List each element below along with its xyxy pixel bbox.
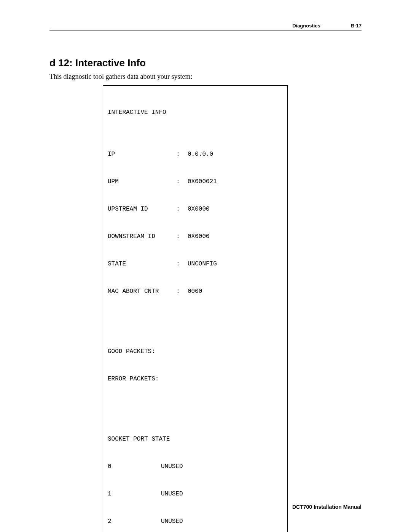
diag-row: IP:0.0.0.0: [108, 150, 283, 159]
socket-id: 1: [108, 489, 161, 498]
diag-val: 0X0000: [188, 204, 210, 214]
socket-heading: SOCKET PORT STATE: [108, 435, 283, 444]
socket-state: UNUSED: [161, 517, 183, 526]
socket-id: 0: [108, 462, 161, 471]
socket-state: UNUSED: [161, 462, 183, 471]
diag-heading: INTERACTIVE INFO: [108, 108, 283, 117]
diag-key: DOWNSTREAM ID: [108, 232, 176, 241]
page: Diagnostics B-17 d 12: Interactive Info …: [0, 0, 411, 532]
diagnostic-box: INTERACTIVE INFO IP:0.0.0.0 UPM:0X000021…: [103, 85, 288, 532]
socket-row: 2UNUSED: [108, 517, 283, 526]
diag-extra: ERROR PACKETS:: [108, 374, 283, 383]
socket-row: 0UNUSED: [108, 462, 283, 471]
diag-row: STATE:UNCONFIG: [108, 259, 283, 268]
diag-val: 0X000021: [188, 177, 217, 186]
diag-key: UPSTREAM ID: [108, 204, 176, 214]
page-header: Diagnostics B-17: [49, 23, 362, 30]
socket-row: 1UNUSED: [108, 489, 283, 498]
diag-val: 0X0000: [188, 232, 210, 241]
socket-id: 2: [108, 517, 161, 526]
diag-key: STATE: [108, 259, 176, 268]
section-title: d 12: Interactive Info: [49, 57, 362, 69]
diag-row: DOWNSTREAM ID:0X0000: [108, 232, 283, 241]
diag-val: 0000: [188, 287, 202, 296]
diag-key: IP: [108, 150, 176, 159]
diag-val: UNCONFIG: [188, 259, 217, 268]
diag-row: MAC ABORT CNTR:0000: [108, 287, 283, 296]
header-pageref: B-17: [351, 23, 362, 29]
diag-key: MAC ABORT CNTR: [108, 287, 176, 296]
diag-val: 0.0.0.0: [188, 150, 213, 159]
diag-extra: GOOD PACKETS:: [108, 347, 283, 356]
diag-row: UPM:0X000021: [108, 177, 283, 186]
socket-state: UNUSED: [161, 489, 183, 498]
diag-key: UPM: [108, 177, 176, 186]
footer-text: DCT700 Installation Manual: [292, 504, 362, 510]
header-section: Diagnostics: [292, 23, 320, 29]
intro-text: This diagnostic tool gathers data about …: [49, 73, 362, 81]
diag-row: UPSTREAM ID:0X0000: [108, 204, 283, 214]
